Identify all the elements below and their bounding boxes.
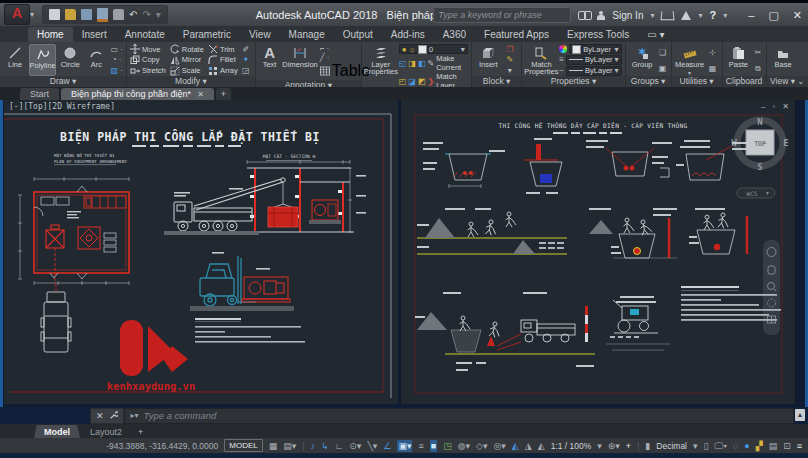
- viewport-right[interactable]: – ▫ ✕ THI CÔNG HỆ THỐNG DÂY CÁP ĐIỆN - C…: [401, 100, 795, 404]
- selection-filtering-icon[interactable]: ◎▾: [493, 440, 505, 452]
- make-current-row[interactable]: ◱◨◧✎ Make Current: [399, 54, 468, 72]
- polar-tracking-icon[interactable]: ⊙▾: [349, 440, 361, 452]
- wcs-dropdown[interactable]: WCS: [737, 188, 775, 198]
- edit-block-icon[interactable]: ✎: [506, 55, 513, 64]
- viewport-left-canvas[interactable]: [-][Top][2D Wireframe] BIỆN PHÁP THI CÔN…: [4, 100, 398, 404]
- hatch-icon[interactable]: ▨: [111, 66, 119, 75]
- viewcube-east[interactable]: E: [783, 138, 788, 148]
- linetype-select[interactable]: ByLayer▾: [566, 66, 622, 76]
- search-input[interactable]: Type a keyword or phrase: [433, 7, 571, 23]
- window-minimize-button[interactable]: –: [748, 9, 754, 22]
- window-maximize-button[interactable]: ▢: [768, 9, 778, 22]
- tab-home[interactable]: Home: [28, 27, 73, 42]
- isometric-drafting-icon[interactable]: ╲▾: [367, 440, 377, 452]
- autocad-logo-menu[interactable]: A: [4, 4, 30, 25]
- ribbon-display-toggle-icon[interactable]: ▭ ▾: [638, 27, 673, 42]
- 3d-object-snap-icon[interactable]: ◍▾: [458, 440, 470, 452]
- trusted-paths-icon[interactable]: ▤: [769, 440, 778, 452]
- layer-select[interactable]: ● ☼ 0 ▾: [399, 44, 468, 54]
- draw-caret-icon[interactable]: ·: [120, 45, 123, 54]
- scale-button[interactable]: Scale: [170, 66, 204, 76]
- fillet-button[interactable]: Fillet: [208, 55, 238, 65]
- id-point-icon[interactable]: ⊹: [709, 48, 716, 57]
- group-edit-icon[interactable]: ▣: [659, 64, 667, 73]
- lineweight-select[interactable]: ByLayer▾: [566, 55, 622, 65]
- cmd-customize-wrench-icon[interactable]: [109, 411, 118, 420]
- autoscale-icon[interactable]: ◮: [525, 440, 532, 452]
- copy-clip-icon[interactable]: ⧉: [755, 64, 761, 73]
- layout-new-tab-icon[interactable]: +: [132, 425, 149, 438]
- panel-label-groups[interactable]: Groups ▾: [626, 76, 671, 87]
- child-minimize-button[interactable]: –: [761, 102, 765, 111]
- ungroup-icon[interactable]: ❏: [659, 48, 666, 57]
- viewcube-south[interactable]: S: [757, 162, 762, 172]
- clean-screen-icon[interactable]: ⊡: [783, 440, 791, 452]
- tab-addins[interactable]: Add-ins: [382, 27, 434, 42]
- file-tab-new-icon[interactable]: +: [216, 88, 231, 100]
- color-wheel-icon[interactable]: [559, 45, 567, 53]
- panel-label-utilities[interactable]: Utilities ▾: [672, 76, 722, 87]
- offset-icon[interactable]: ◲: [242, 66, 250, 75]
- store-cart-icon[interactable]: [661, 11, 675, 20]
- panel-label-annotation[interactable]: Annotation ▾: [256, 80, 361, 87]
- base-button[interactable]: Base: [770, 44, 797, 76]
- dimension-button[interactable]: Dimension: [282, 44, 317, 80]
- panel-label-modify[interactable]: Modify ▾: [127, 76, 255, 87]
- selection-cycling-icon[interactable]: ◳: [443, 440, 452, 452]
- hatch-caret-icon[interactable]: ·: [120, 66, 123, 75]
- model-space-button[interactable]: MODEL: [224, 439, 262, 452]
- sign-in-button[interactable]: Sign In: [612, 10, 643, 21]
- child-close-button[interactable]: ✕: [782, 102, 789, 111]
- match-properties-button[interactable]: Match Properties: [525, 44, 557, 76]
- file-tab-start[interactable]: Start: [20, 88, 59, 100]
- tab-express-tools[interactable]: Express Tools: [558, 27, 638, 42]
- cmd-close-icon[interactable]: ✕: [96, 411, 104, 421]
- qat-customize-caret-icon[interactable]: ▾: [156, 9, 161, 20]
- ortho-mode-icon[interactable]: ∟: [335, 440, 344, 452]
- leader-icon[interactable]: ⌐: [320, 44, 325, 53]
- insert-button[interactable]: Insert: [475, 44, 502, 76]
- tab-insert[interactable]: Insert: [73, 27, 116, 42]
- panel-label-clipboard[interactable]: Clipboard: [723, 76, 766, 87]
- plot-icon[interactable]: [113, 9, 124, 20]
- help-icon[interactable]: ?: [710, 9, 717, 21]
- help-caret-icon[interactable]: ▾: [723, 11, 727, 20]
- infer-constraints-icon[interactable]: ♪: [310, 440, 315, 452]
- annotation-scale-value[interactable]: 1:1 / 100%: [551, 441, 592, 451]
- undo-icon[interactable]: ↶: [129, 9, 137, 20]
- signin-caret-icon[interactable]: ▾: [650, 11, 654, 20]
- search-icon[interactable]: [578, 11, 590, 19]
- panel-label-block[interactable]: Block ▾: [472, 76, 522, 87]
- tab-a360[interactable]: A360: [434, 27, 475, 42]
- child-restore-button[interactable]: ▫: [772, 102, 775, 111]
- multileader-icon[interactable]: ╱: [320, 53, 325, 62]
- annotation-scale-caret-icon[interactable]: ▾: [597, 440, 602, 452]
- tab-model[interactable]: Model: [34, 425, 80, 438]
- transparency-icon[interactable]: ■: [430, 440, 437, 452]
- grid-display-icon[interactable]: ▦: [269, 440, 278, 452]
- group-button[interactable]: Group: [629, 44, 656, 76]
- quick-calc-icon[interactable]: ▦: [709, 64, 717, 73]
- units-caret-icon[interactable]: ▾: [693, 440, 698, 452]
- user-icon[interactable]: [597, 11, 605, 20]
- ellipse-caret-icon[interactable]: ·: [119, 55, 122, 64]
- circle-button[interactable]: Circle: [58, 44, 82, 76]
- stretch-button[interactable]: Stretch: [130, 66, 166, 76]
- viewport-control-label[interactable]: [-][Top][2D Wireframe]: [9, 102, 115, 111]
- file-tab-document[interactable]: Biện pháp thi công phần điện* ✕: [61, 88, 214, 100]
- command-input[interactable]: ▸▾ Type a command: [124, 408, 794, 424]
- table-button[interactable]: Table: [320, 62, 358, 80]
- snap-mode-icon[interactable]: ▤▾: [283, 440, 296, 452]
- annotation-scale-person-icon[interactable]: ◭: [538, 440, 545, 452]
- quick-properties-icon[interactable]: ▯: [704, 440, 709, 452]
- create-block-icon[interactable]: ❐: [506, 45, 513, 54]
- panel-label-properties[interactable]: Properties ▾: [522, 76, 624, 87]
- save-as-icon[interactable]: [97, 8, 108, 22]
- object-color-select[interactable]: ByLayer▾: [569, 44, 621, 54]
- ellipse-icon[interactable]: ◔: [112, 55, 117, 64]
- viewport-left[interactable]: [-][Top][2D Wireframe] BIỆN PHÁP THI CÔN…: [4, 100, 398, 404]
- copy-button[interactable]: Copy: [130, 55, 166, 65]
- window-close-button[interactable]: ✕: [793, 9, 802, 22]
- monitor-icon[interactable]: 🖵▾: [714, 440, 726, 452]
- graphics-performance-icon[interactable]: ▞: [756, 440, 763, 452]
